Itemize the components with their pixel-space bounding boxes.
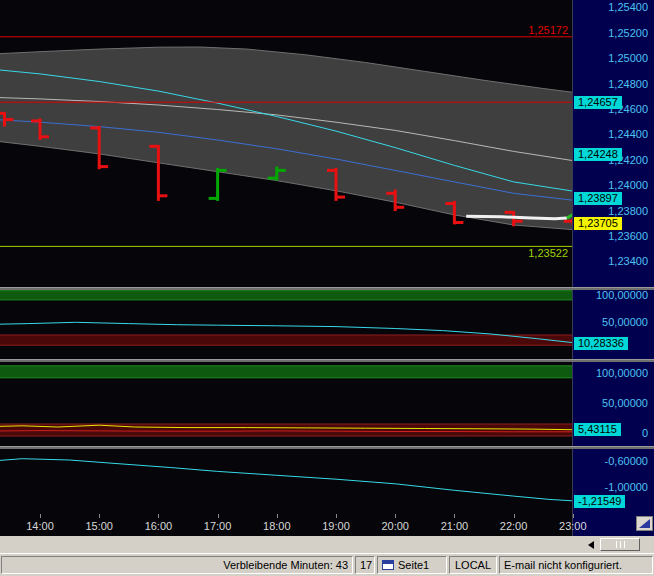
upper-zone	[0, 366, 572, 378]
bollinger-band-fill	[0, 47, 572, 230]
time-label: 18:00	[263, 520, 291, 532]
price-axis[interactable]: 1,254001,252001,250001,248001,246001,244…	[572, 0, 654, 536]
indicator-value-tag: 5,43115	[574, 423, 621, 436]
time-tick	[454, 514, 455, 518]
profile-page-icon	[382, 560, 394, 570]
price-value-tag: 1,23897	[574, 192, 622, 205]
time-tick	[277, 514, 278, 518]
status-profile[interactable]: Seite1	[377, 556, 447, 574]
price-value-tag: 1,23705	[574, 217, 622, 230]
status-bar: Verbleibende Minuten: 43 17 Seite1 LOCAL…	[0, 553, 654, 576]
time-tick	[99, 514, 100, 518]
horizontal-scrollbar[interactable]	[0, 536, 654, 553]
upper-zone	[0, 291, 572, 300]
price-scale-label: 1,23600	[608, 230, 648, 243]
level-line-label: 1,23522	[528, 247, 568, 259]
price-scale-label: 1,25400	[608, 1, 648, 14]
profile-page-label: Seite1	[398, 558, 429, 572]
price-scale-label: 1,24400	[608, 128, 648, 141]
indicator-panel-2[interactable]	[0, 362, 572, 446]
time-label: 23:00	[559, 520, 587, 532]
indicator-value-tag: -1,21549	[574, 495, 625, 508]
indicator-scale-label: 100,00000	[596, 367, 648, 380]
time-label: 14:00	[26, 520, 54, 532]
time-label: 22:00	[500, 520, 528, 532]
chart-nav-button[interactable]	[636, 516, 653, 531]
scrollbar-grip[interactable]	[600, 538, 640, 551]
price-scale-label: 1,25200	[608, 27, 648, 40]
main-chart[interactable]: 1,251721,23522	[0, 0, 572, 287]
trading-app-window: 1,251721,23522 1,254001,252001,250001,24…	[0, 0, 654, 576]
time-tick	[40, 514, 41, 518]
time-label: 17:00	[204, 520, 232, 532]
status-elapsed-minutes: 17	[355, 556, 375, 574]
price-scale-label: 1,24800	[608, 78, 648, 91]
time-axis-labels: 14:0015:0016:0017:0018:0019:0020:0021:00…	[0, 514, 654, 536]
time-label: 20:00	[381, 520, 409, 532]
time-tick	[336, 514, 337, 518]
scroll-left-arrow-icon[interactable]	[588, 541, 594, 549]
panel-splitter[interactable]	[0, 287, 654, 290]
lower-zone	[0, 335, 572, 345]
oscillator3-cyan-line	[0, 459, 572, 502]
indicator-scale-label: 50,00000	[602, 316, 648, 329]
time-tick	[514, 514, 515, 518]
time-tick	[395, 514, 396, 518]
time-label: 16:00	[145, 520, 173, 532]
status-email: E-mail nicht konfiguriert.	[499, 556, 653, 574]
time-tick	[573, 514, 574, 518]
time-label: 15:00	[85, 520, 113, 532]
indicator-panel-1[interactable]	[0, 290, 572, 359]
price-scale-label: 1,23400	[608, 255, 648, 268]
time-tick	[158, 514, 159, 518]
indicator-scale-label: 50,00000	[602, 397, 648, 410]
indicator-scale-label: 100,00000	[596, 289, 648, 302]
level-line-label: 1,25172	[528, 24, 568, 36]
indicator-scale-label: -0,60000	[605, 455, 648, 468]
price-value-tag: 1,24248	[574, 148, 622, 161]
time-tick	[218, 514, 219, 518]
indicator-value-tag: 10,28336	[574, 337, 628, 350]
status-connection: LOCAL	[449, 556, 497, 574]
indicator-scale-label: -1,00000	[605, 481, 648, 494]
indicator-scale-label: 0	[642, 427, 648, 440]
time-label: 21:00	[441, 520, 469, 532]
nav-arrow-icon	[637, 517, 652, 530]
price-value-tag: 1,24657	[574, 96, 622, 109]
panel-splitter[interactable]	[0, 446, 654, 449]
panel-splitter[interactable]	[0, 359, 654, 362]
status-remaining-minutes: Verbleibende Minuten: 43	[1, 556, 353, 574]
price-scale-label: 1,24000	[608, 179, 648, 192]
indicator-panel-3[interactable]	[0, 449, 572, 514]
time-label: 19:00	[322, 520, 350, 532]
price-scale-label: 1,25000	[608, 52, 648, 65]
